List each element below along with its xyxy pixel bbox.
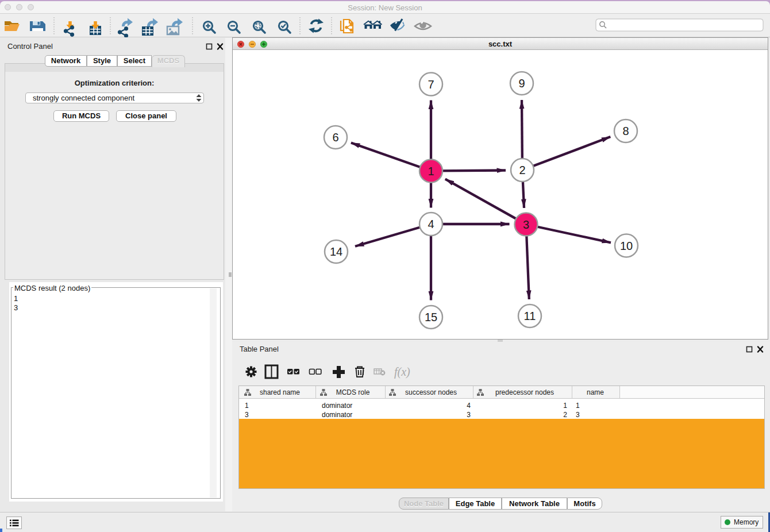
svg-text:f(x): f(x) <box>394 365 410 379</box>
svg-text:2: 2 <box>519 164 525 176</box>
svg-text:6: 6 <box>332 131 338 144</box>
svg-text:8: 8 <box>622 125 629 137</box>
svg-text:3: 3 <box>523 218 529 231</box>
svg-text:15: 15 <box>425 311 437 323</box>
svg-text:4: 4 <box>428 218 434 230</box>
svg-text:1: 1 <box>428 165 434 178</box>
svg-text:predecessor nodes: predecessor nodes <box>495 388 554 396</box>
svg-text:9: 9 <box>518 77 525 90</box>
svg-text:7: 7 <box>428 78 434 91</box>
svg-text:14: 14 <box>330 245 342 258</box>
svg-text:Memory: Memory <box>734 518 759 526</box>
svg-text:MCDS role: MCDS role <box>336 388 370 396</box>
svg-text:10: 10 <box>620 240 633 252</box>
svg-text:shared name: shared name <box>260 388 300 396</box>
svg-text:successor nodes: successor nodes <box>405 388 457 396</box>
svg-text:name: name <box>587 388 604 396</box>
svg-text:11: 11 <box>524 310 536 322</box>
